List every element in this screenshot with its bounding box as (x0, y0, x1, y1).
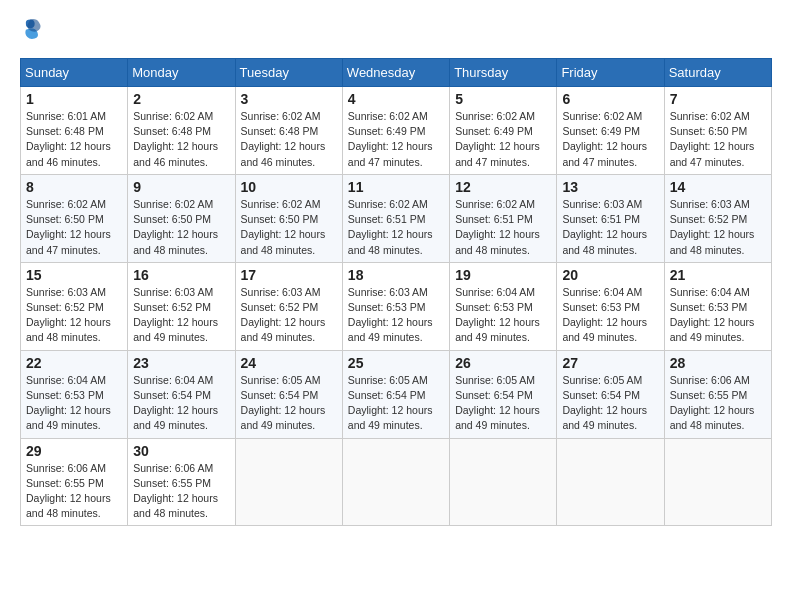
day-number: 29 (26, 443, 122, 459)
calendar-cell (342, 438, 449, 526)
calendar-cell: 8Sunrise: 6:02 AMSunset: 6:50 PMDaylight… (21, 174, 128, 262)
day-info: Sunrise: 6:02 AMSunset: 6:49 PMDaylight:… (562, 109, 658, 170)
calendar-cell: 23Sunrise: 6:04 AMSunset: 6:54 PMDayligh… (128, 350, 235, 438)
calendar-cell: 29Sunrise: 6:06 AMSunset: 6:55 PMDayligh… (21, 438, 128, 526)
calendar-cell: 21Sunrise: 6:04 AMSunset: 6:53 PMDayligh… (664, 262, 771, 350)
calendar-cell: 25Sunrise: 6:05 AMSunset: 6:54 PMDayligh… (342, 350, 449, 438)
day-number: 30 (133, 443, 229, 459)
day-number: 3 (241, 91, 337, 107)
day-info: Sunrise: 6:02 AMSunset: 6:49 PMDaylight:… (348, 109, 444, 170)
day-info: Sunrise: 6:02 AMSunset: 6:51 PMDaylight:… (455, 197, 551, 258)
day-info: Sunrise: 6:06 AMSunset: 6:55 PMDaylight:… (670, 373, 766, 434)
day-number: 5 (455, 91, 551, 107)
calendar-cell: 22Sunrise: 6:04 AMSunset: 6:53 PMDayligh… (21, 350, 128, 438)
day-number: 6 (562, 91, 658, 107)
weekday-tuesday: Tuesday (235, 59, 342, 87)
calendar-cell: 12Sunrise: 6:02 AMSunset: 6:51 PMDayligh… (450, 174, 557, 262)
day-info: Sunrise: 6:04 AMSunset: 6:53 PMDaylight:… (562, 285, 658, 346)
day-info: Sunrise: 6:04 AMSunset: 6:53 PMDaylight:… (26, 373, 122, 434)
day-number: 2 (133, 91, 229, 107)
calendar-cell: 1Sunrise: 6:01 AMSunset: 6:48 PMDaylight… (21, 87, 128, 175)
day-info: Sunrise: 6:06 AMSunset: 6:55 PMDaylight:… (26, 461, 122, 522)
calendar-week-1: 1Sunrise: 6:01 AMSunset: 6:48 PMDaylight… (21, 87, 772, 175)
calendar-cell: 9Sunrise: 6:02 AMSunset: 6:50 PMDaylight… (128, 174, 235, 262)
calendar-cell: 27Sunrise: 6:05 AMSunset: 6:54 PMDayligh… (557, 350, 664, 438)
calendar-cell: 28Sunrise: 6:06 AMSunset: 6:55 PMDayligh… (664, 350, 771, 438)
page-header (20, 20, 772, 42)
calendar-table: SundayMondayTuesdayWednesdayThursdayFrid… (20, 58, 772, 526)
day-number: 1 (26, 91, 122, 107)
day-info: Sunrise: 6:04 AMSunset: 6:54 PMDaylight:… (133, 373, 229, 434)
day-number: 20 (562, 267, 658, 283)
logo (20, 20, 46, 42)
calendar-cell: 18Sunrise: 6:03 AMSunset: 6:53 PMDayligh… (342, 262, 449, 350)
day-number: 17 (241, 267, 337, 283)
calendar-cell: 11Sunrise: 6:02 AMSunset: 6:51 PMDayligh… (342, 174, 449, 262)
day-number: 18 (348, 267, 444, 283)
day-info: Sunrise: 6:03 AMSunset: 6:53 PMDaylight:… (348, 285, 444, 346)
calendar-cell (664, 438, 771, 526)
calendar-body: 1Sunrise: 6:01 AMSunset: 6:48 PMDaylight… (21, 87, 772, 526)
calendar-header-row: SundayMondayTuesdayWednesdayThursdayFrid… (21, 59, 772, 87)
calendar-cell: 2Sunrise: 6:02 AMSunset: 6:48 PMDaylight… (128, 87, 235, 175)
calendar-cell: 13Sunrise: 6:03 AMSunset: 6:51 PMDayligh… (557, 174, 664, 262)
day-number: 28 (670, 355, 766, 371)
calendar-cell: 19Sunrise: 6:04 AMSunset: 6:53 PMDayligh… (450, 262, 557, 350)
day-info: Sunrise: 6:04 AMSunset: 6:53 PMDaylight:… (455, 285, 551, 346)
day-info: Sunrise: 6:02 AMSunset: 6:50 PMDaylight:… (26, 197, 122, 258)
day-number: 10 (241, 179, 337, 195)
day-number: 21 (670, 267, 766, 283)
day-number: 23 (133, 355, 229, 371)
weekday-monday: Monday (128, 59, 235, 87)
calendar-cell: 24Sunrise: 6:05 AMSunset: 6:54 PMDayligh… (235, 350, 342, 438)
calendar-cell: 10Sunrise: 6:02 AMSunset: 6:50 PMDayligh… (235, 174, 342, 262)
calendar-cell: 6Sunrise: 6:02 AMSunset: 6:49 PMDaylight… (557, 87, 664, 175)
day-number: 22 (26, 355, 122, 371)
calendar-cell (450, 438, 557, 526)
day-number: 11 (348, 179, 444, 195)
calendar-cell: 16Sunrise: 6:03 AMSunset: 6:52 PMDayligh… (128, 262, 235, 350)
calendar-cell: 5Sunrise: 6:02 AMSunset: 6:49 PMDaylight… (450, 87, 557, 175)
day-number: 27 (562, 355, 658, 371)
calendar-cell: 30Sunrise: 6:06 AMSunset: 6:55 PMDayligh… (128, 438, 235, 526)
day-info: Sunrise: 6:05 AMSunset: 6:54 PMDaylight:… (455, 373, 551, 434)
day-info: Sunrise: 6:05 AMSunset: 6:54 PMDaylight:… (241, 373, 337, 434)
day-number: 8 (26, 179, 122, 195)
day-info: Sunrise: 6:05 AMSunset: 6:54 PMDaylight:… (348, 373, 444, 434)
day-number: 26 (455, 355, 551, 371)
calendar-cell: 20Sunrise: 6:04 AMSunset: 6:53 PMDayligh… (557, 262, 664, 350)
day-info: Sunrise: 6:05 AMSunset: 6:54 PMDaylight:… (562, 373, 658, 434)
calendar-cell: 4Sunrise: 6:02 AMSunset: 6:49 PMDaylight… (342, 87, 449, 175)
weekday-saturday: Saturday (664, 59, 771, 87)
day-number: 9 (133, 179, 229, 195)
day-number: 13 (562, 179, 658, 195)
day-info: Sunrise: 6:03 AMSunset: 6:52 PMDaylight:… (26, 285, 122, 346)
calendar-cell: 15Sunrise: 6:03 AMSunset: 6:52 PMDayligh… (21, 262, 128, 350)
calendar-cell (557, 438, 664, 526)
day-info: Sunrise: 6:03 AMSunset: 6:51 PMDaylight:… (562, 197, 658, 258)
day-info: Sunrise: 6:01 AMSunset: 6:48 PMDaylight:… (26, 109, 122, 170)
calendar-week-2: 8Sunrise: 6:02 AMSunset: 6:50 PMDaylight… (21, 174, 772, 262)
day-info: Sunrise: 6:03 AMSunset: 6:52 PMDaylight:… (241, 285, 337, 346)
weekday-friday: Friday (557, 59, 664, 87)
calendar-cell: 14Sunrise: 6:03 AMSunset: 6:52 PMDayligh… (664, 174, 771, 262)
calendar-cell: 7Sunrise: 6:02 AMSunset: 6:50 PMDaylight… (664, 87, 771, 175)
day-number: 24 (241, 355, 337, 371)
day-number: 25 (348, 355, 444, 371)
day-info: Sunrise: 6:03 AMSunset: 6:52 PMDaylight:… (133, 285, 229, 346)
weekday-sunday: Sunday (21, 59, 128, 87)
day-number: 12 (455, 179, 551, 195)
calendar-week-5: 29Sunrise: 6:06 AMSunset: 6:55 PMDayligh… (21, 438, 772, 526)
calendar-cell: 3Sunrise: 6:02 AMSunset: 6:48 PMDaylight… (235, 87, 342, 175)
day-info: Sunrise: 6:02 AMSunset: 6:49 PMDaylight:… (455, 109, 551, 170)
day-number: 15 (26, 267, 122, 283)
weekday-thursday: Thursday (450, 59, 557, 87)
day-info: Sunrise: 6:02 AMSunset: 6:50 PMDaylight:… (670, 109, 766, 170)
day-info: Sunrise: 6:03 AMSunset: 6:52 PMDaylight:… (670, 197, 766, 258)
day-number: 7 (670, 91, 766, 107)
day-info: Sunrise: 6:06 AMSunset: 6:55 PMDaylight:… (133, 461, 229, 522)
logo-icon (20, 18, 42, 40)
calendar-cell (235, 438, 342, 526)
calendar-week-3: 15Sunrise: 6:03 AMSunset: 6:52 PMDayligh… (21, 262, 772, 350)
day-info: Sunrise: 6:02 AMSunset: 6:50 PMDaylight:… (241, 197, 337, 258)
